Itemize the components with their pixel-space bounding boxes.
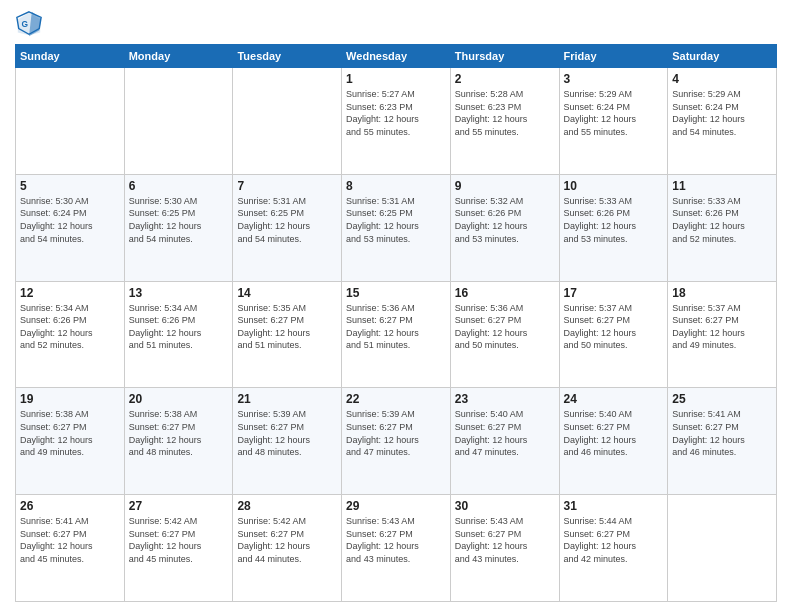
day-number: 10 xyxy=(564,179,664,193)
calendar-cell: 17Sunrise: 5:37 AM Sunset: 6:27 PM Dayli… xyxy=(559,281,668,388)
calendar-cell xyxy=(233,68,342,175)
calendar-day-header: Saturday xyxy=(668,45,777,68)
calendar-cell: 27Sunrise: 5:42 AM Sunset: 6:27 PM Dayli… xyxy=(124,495,233,602)
logo-icon: G xyxy=(15,10,43,38)
day-info: Sunrise: 5:28 AM Sunset: 6:23 PM Dayligh… xyxy=(455,88,555,138)
day-number: 19 xyxy=(20,392,120,406)
calendar-week-row: 1Sunrise: 5:27 AM Sunset: 6:23 PM Daylig… xyxy=(16,68,777,175)
day-info: Sunrise: 5:38 AM Sunset: 6:27 PM Dayligh… xyxy=(129,408,229,458)
calendar-cell: 10Sunrise: 5:33 AM Sunset: 6:26 PM Dayli… xyxy=(559,174,668,281)
calendar-cell: 19Sunrise: 5:38 AM Sunset: 6:27 PM Dayli… xyxy=(16,388,125,495)
day-number: 30 xyxy=(455,499,555,513)
day-info: Sunrise: 5:29 AM Sunset: 6:24 PM Dayligh… xyxy=(564,88,664,138)
day-number: 7 xyxy=(237,179,337,193)
day-number: 22 xyxy=(346,392,446,406)
day-info: Sunrise: 5:39 AM Sunset: 6:27 PM Dayligh… xyxy=(346,408,446,458)
day-number: 24 xyxy=(564,392,664,406)
day-number: 16 xyxy=(455,286,555,300)
day-number: 25 xyxy=(672,392,772,406)
day-info: Sunrise: 5:30 AM Sunset: 6:24 PM Dayligh… xyxy=(20,195,120,245)
day-number: 28 xyxy=(237,499,337,513)
calendar-day-header: Sunday xyxy=(16,45,125,68)
day-number: 20 xyxy=(129,392,229,406)
calendar-cell: 13Sunrise: 5:34 AM Sunset: 6:26 PM Dayli… xyxy=(124,281,233,388)
day-info: Sunrise: 5:37 AM Sunset: 6:27 PM Dayligh… xyxy=(672,302,772,352)
calendar-cell: 3Sunrise: 5:29 AM Sunset: 6:24 PM Daylig… xyxy=(559,68,668,175)
calendar-cell: 23Sunrise: 5:40 AM Sunset: 6:27 PM Dayli… xyxy=(450,388,559,495)
page: G SundayMondayTuesdayWednesdayThursdayFr… xyxy=(0,0,792,612)
calendar-cell: 22Sunrise: 5:39 AM Sunset: 6:27 PM Dayli… xyxy=(342,388,451,495)
calendar-cell: 2Sunrise: 5:28 AM Sunset: 6:23 PM Daylig… xyxy=(450,68,559,175)
calendar-cell: 21Sunrise: 5:39 AM Sunset: 6:27 PM Dayli… xyxy=(233,388,342,495)
day-info: Sunrise: 5:35 AM Sunset: 6:27 PM Dayligh… xyxy=(237,302,337,352)
calendar-cell: 30Sunrise: 5:43 AM Sunset: 6:27 PM Dayli… xyxy=(450,495,559,602)
day-number: 5 xyxy=(20,179,120,193)
day-info: Sunrise: 5:40 AM Sunset: 6:27 PM Dayligh… xyxy=(455,408,555,458)
calendar-cell xyxy=(124,68,233,175)
calendar-cell xyxy=(668,495,777,602)
logo: G xyxy=(15,10,47,38)
day-number: 26 xyxy=(20,499,120,513)
calendar-cell: 31Sunrise: 5:44 AM Sunset: 6:27 PM Dayli… xyxy=(559,495,668,602)
calendar-week-row: 5Sunrise: 5:30 AM Sunset: 6:24 PM Daylig… xyxy=(16,174,777,281)
svg-text:G: G xyxy=(22,19,29,29)
calendar-cell: 16Sunrise: 5:36 AM Sunset: 6:27 PM Dayli… xyxy=(450,281,559,388)
calendar-table: SundayMondayTuesdayWednesdayThursdayFrid… xyxy=(15,44,777,602)
calendar-cell: 20Sunrise: 5:38 AM Sunset: 6:27 PM Dayli… xyxy=(124,388,233,495)
calendar-cell: 11Sunrise: 5:33 AM Sunset: 6:26 PM Dayli… xyxy=(668,174,777,281)
day-number: 11 xyxy=(672,179,772,193)
day-info: Sunrise: 5:34 AM Sunset: 6:26 PM Dayligh… xyxy=(129,302,229,352)
calendar-cell: 5Sunrise: 5:30 AM Sunset: 6:24 PM Daylig… xyxy=(16,174,125,281)
day-number: 9 xyxy=(455,179,555,193)
calendar-cell: 4Sunrise: 5:29 AM Sunset: 6:24 PM Daylig… xyxy=(668,68,777,175)
day-number: 27 xyxy=(129,499,229,513)
calendar-cell: 8Sunrise: 5:31 AM Sunset: 6:25 PM Daylig… xyxy=(342,174,451,281)
calendar-cell: 18Sunrise: 5:37 AM Sunset: 6:27 PM Dayli… xyxy=(668,281,777,388)
day-info: Sunrise: 5:33 AM Sunset: 6:26 PM Dayligh… xyxy=(672,195,772,245)
calendar-cell: 15Sunrise: 5:36 AM Sunset: 6:27 PM Dayli… xyxy=(342,281,451,388)
day-info: Sunrise: 5:32 AM Sunset: 6:26 PM Dayligh… xyxy=(455,195,555,245)
calendar-day-header: Monday xyxy=(124,45,233,68)
calendar-week-row: 19Sunrise: 5:38 AM Sunset: 6:27 PM Dayli… xyxy=(16,388,777,495)
calendar-week-row: 26Sunrise: 5:41 AM Sunset: 6:27 PM Dayli… xyxy=(16,495,777,602)
day-number: 1 xyxy=(346,72,446,86)
day-number: 23 xyxy=(455,392,555,406)
day-info: Sunrise: 5:33 AM Sunset: 6:26 PM Dayligh… xyxy=(564,195,664,245)
day-info: Sunrise: 5:30 AM Sunset: 6:25 PM Dayligh… xyxy=(129,195,229,245)
day-info: Sunrise: 5:29 AM Sunset: 6:24 PM Dayligh… xyxy=(672,88,772,138)
day-number: 29 xyxy=(346,499,446,513)
day-number: 14 xyxy=(237,286,337,300)
day-info: Sunrise: 5:34 AM Sunset: 6:26 PM Dayligh… xyxy=(20,302,120,352)
calendar-day-header: Wednesday xyxy=(342,45,451,68)
day-number: 4 xyxy=(672,72,772,86)
day-number: 8 xyxy=(346,179,446,193)
calendar-cell: 26Sunrise: 5:41 AM Sunset: 6:27 PM Dayli… xyxy=(16,495,125,602)
day-info: Sunrise: 5:27 AM Sunset: 6:23 PM Dayligh… xyxy=(346,88,446,138)
day-info: Sunrise: 5:31 AM Sunset: 6:25 PM Dayligh… xyxy=(237,195,337,245)
day-number: 12 xyxy=(20,286,120,300)
calendar-cell: 29Sunrise: 5:43 AM Sunset: 6:27 PM Dayli… xyxy=(342,495,451,602)
day-info: Sunrise: 5:41 AM Sunset: 6:27 PM Dayligh… xyxy=(20,515,120,565)
calendar-cell: 14Sunrise: 5:35 AM Sunset: 6:27 PM Dayli… xyxy=(233,281,342,388)
day-number: 31 xyxy=(564,499,664,513)
day-number: 6 xyxy=(129,179,229,193)
day-info: Sunrise: 5:43 AM Sunset: 6:27 PM Dayligh… xyxy=(455,515,555,565)
day-info: Sunrise: 5:42 AM Sunset: 6:27 PM Dayligh… xyxy=(237,515,337,565)
calendar-cell: 6Sunrise: 5:30 AM Sunset: 6:25 PM Daylig… xyxy=(124,174,233,281)
day-info: Sunrise: 5:44 AM Sunset: 6:27 PM Dayligh… xyxy=(564,515,664,565)
day-number: 2 xyxy=(455,72,555,86)
calendar-day-header: Thursday xyxy=(450,45,559,68)
calendar-cell: 28Sunrise: 5:42 AM Sunset: 6:27 PM Dayli… xyxy=(233,495,342,602)
day-info: Sunrise: 5:38 AM Sunset: 6:27 PM Dayligh… xyxy=(20,408,120,458)
calendar-cell: 12Sunrise: 5:34 AM Sunset: 6:26 PM Dayli… xyxy=(16,281,125,388)
calendar-cell: 9Sunrise: 5:32 AM Sunset: 6:26 PM Daylig… xyxy=(450,174,559,281)
day-number: 15 xyxy=(346,286,446,300)
day-info: Sunrise: 5:36 AM Sunset: 6:27 PM Dayligh… xyxy=(455,302,555,352)
calendar-cell: 7Sunrise: 5:31 AM Sunset: 6:25 PM Daylig… xyxy=(233,174,342,281)
calendar-cell: 25Sunrise: 5:41 AM Sunset: 6:27 PM Dayli… xyxy=(668,388,777,495)
day-number: 21 xyxy=(237,392,337,406)
day-info: Sunrise: 5:31 AM Sunset: 6:25 PM Dayligh… xyxy=(346,195,446,245)
day-number: 3 xyxy=(564,72,664,86)
calendar-cell: 1Sunrise: 5:27 AM Sunset: 6:23 PM Daylig… xyxy=(342,68,451,175)
calendar-header-row: SundayMondayTuesdayWednesdayThursdayFrid… xyxy=(16,45,777,68)
